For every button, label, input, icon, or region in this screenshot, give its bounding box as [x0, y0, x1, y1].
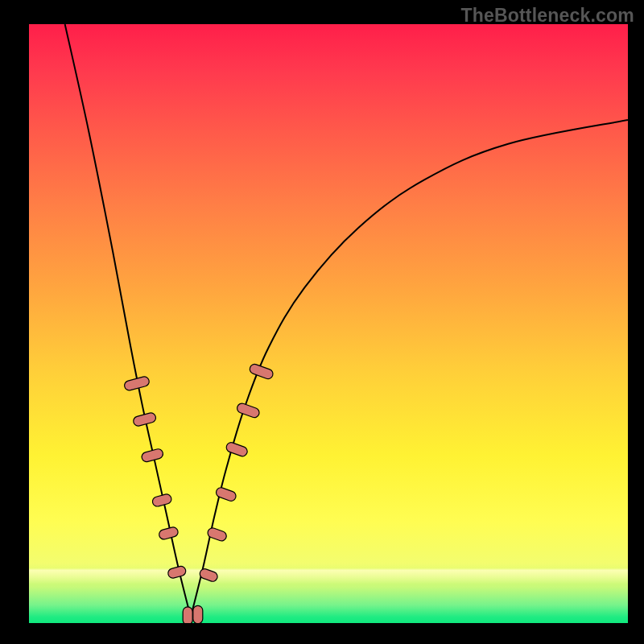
curve-svg: [29, 24, 628, 623]
bead: [193, 605, 203, 623]
bead: [158, 526, 179, 541]
watermark-text: TheBottleneck.com: [460, 5, 634, 27]
bead: [141, 448, 164, 463]
bead: [132, 412, 156, 427]
bead: [249, 363, 275, 380]
plot-area: [29, 24, 628, 623]
bead: [236, 402, 261, 419]
bead: [183, 607, 192, 623]
bead: [167, 565, 187, 579]
bead: [199, 568, 219, 583]
bead: [151, 493, 172, 508]
bead: [225, 441, 249, 457]
chart-frame: TheBottleneck.com: [0, 0, 644, 644]
